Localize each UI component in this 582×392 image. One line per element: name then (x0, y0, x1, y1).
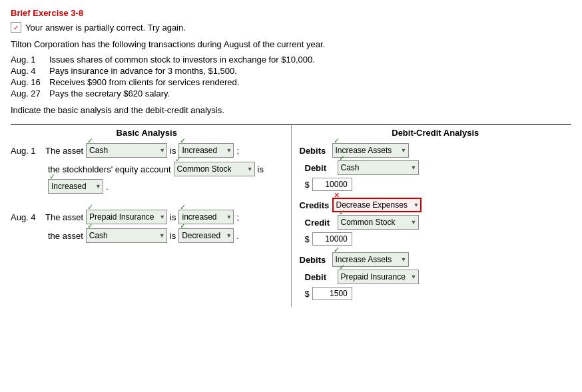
aug1-change2-select[interactable]: Increased Decreased (48, 179, 103, 194)
aug4-dc-block: Debits ✓ Increase Assets Decrease Assets… (300, 252, 572, 300)
aug1-label: Aug. 1 (11, 146, 43, 156)
aug1-basic-row2: the stockholders' equity account ✓ Commo… (48, 162, 283, 194)
aug4-asset-wrapper: ✓ Prepaid Insurance Cash Common Stock ▼ (86, 210, 167, 224)
aug1-debit-amount: 10000 (312, 178, 352, 191)
aug4-semicolon: ; (236, 212, 239, 222)
debit-credit-section: Debit-Credit Analysis Debits ✓ Increase … (292, 125, 572, 307)
trans-text: Issues shares of common stock to investo… (49, 55, 315, 65)
aug1-credits-wrapper: ✕ Decrease Expenses Increase Equity Decr… (332, 198, 422, 212)
aug1-debit-account-wrapper: ✓ Cash Prepaid Insurance Common Stock ▼ (338, 160, 419, 175)
aug1-account-select[interactable]: Common Stock Cash Prepaid Insurance (174, 162, 255, 176)
aug1-credit-label: Credit (305, 218, 335, 228)
aug4-change2-select-wrapper: Decreased Increased ▼ (178, 228, 234, 243)
aug1-debit-account-select-wrapper: Cash Prepaid Insurance Common Stock ▼ (338, 160, 419, 175)
aug1-is-label2: is (258, 164, 264, 174)
list-item: Aug. 4 Pays insurance in advance for 3 m… (11, 66, 571, 76)
aug1-credit-account-select[interactable]: Common Stock Cash Prepaid Insurance (338, 215, 419, 230)
trans-date: Aug. 27 (11, 89, 44, 98)
aug1-credit-account-select-wrapper: Common Stock Cash Prepaid Insurance ▼ (338, 215, 419, 230)
aug1-debit-account-select[interactable]: Cash Prepaid Insurance Common Stock (338, 160, 419, 175)
aug4-account-wrapper: ✓ Cash Prepaid Insurance Common Stock ▼ (86, 228, 167, 243)
aug4-period: . (236, 231, 239, 241)
aug4-change-wrapper: ✓ increased Increased Decreased ▼ (178, 210, 234, 224)
aug4-debit-amount: 1500 (312, 287, 352, 300)
aug4-is-label1: is (170, 212, 176, 222)
feedback-icon: ✓ (11, 22, 21, 33)
aug1-dc-block: Debits ✓ Increase Assets Decrease Assets… (300, 143, 572, 246)
aug1-period: . (106, 182, 109, 192)
aug4-debit-account-wrapper: ✓ Prepaid Insurance Cash Common Stock ▼ (338, 270, 419, 284)
trans-text: Pays insurance in advance for 3 months, … (49, 66, 237, 76)
transactions-list: Aug. 1 Issues shares of common stock to … (11, 55, 571, 98)
list-item: Aug. 27 Pays the secretary $620 salary. (11, 89, 571, 98)
aug1-asset-select[interactable]: Cash Prepaid Insurance Common Stock (86, 143, 167, 158)
aug1-credit-amount-row: $ 10000 (305, 232, 572, 246)
aug4-change-select[interactable]: increased Increased Decreased (178, 210, 234, 224)
aug1-credits-select[interactable]: Decrease Expenses Increase Equity Decrea… (332, 198, 422, 212)
aug1-account-wrapper: ✓ Common Stock Cash Prepaid Insurance ▼ (174, 162, 255, 176)
aug4-change2-select[interactable]: Decreased Increased (178, 228, 234, 243)
aug4-debit-dollar: $ (305, 289, 310, 299)
trans-date: Aug. 16 (11, 77, 44, 87)
aug1-credit-account-wrapper: ✓ Common Stock Cash Prepaid Insurance ▼ (338, 215, 419, 230)
aug4-basic-block: Aug. 4 The asset ✓ Prepaid Insurance Cas… (11, 210, 283, 243)
dc-header: Debit-Credit Analysis (300, 125, 572, 138)
aug1-debits-label: Debits (300, 146, 330, 156)
aug4-label: Aug. 4 (11, 212, 43, 222)
aug4-debit-amount-row: $ 1500 (305, 287, 572, 300)
basic-analysis-header: Basic Analysis (11, 125, 283, 138)
aug4-change-select-wrapper: increased Increased Decreased ▼ (178, 210, 234, 224)
aug4-account-select[interactable]: Cash Prepaid Insurance Common Stock (86, 228, 167, 243)
aug1-debit-dollar: $ (305, 180, 310, 190)
aug1-basic-prefix1: The asset (45, 146, 83, 156)
analysis-container: Basic Analysis Aug. 1 The asset ✓ Cash P… (11, 124, 571, 307)
trans-text: Receives $900 from clients for services … (49, 77, 239, 87)
aug4-asset-select-wrapper: Prepaid Insurance Cash Common Stock ▼ (86, 210, 167, 224)
aug1-basic-row1: Aug. 1 The asset ✓ Cash Prepaid Insuranc… (11, 143, 283, 158)
basic-analysis-section: Basic Analysis Aug. 1 The asset ✓ Cash P… (11, 125, 292, 307)
aug1-credits-select-wrapper: Decrease Expenses Increase Equity Decrea… (332, 198, 422, 212)
aug1-credit-dollar: $ (305, 234, 310, 244)
aug4-is-label2: is (170, 231, 176, 241)
trans-date: Aug. 1 (11, 55, 44, 65)
aug4-asset-select[interactable]: Prepaid Insurance Cash Common Stock (86, 210, 167, 224)
trans-text: Pays the secretary $620 salary. (49, 89, 170, 98)
aug1-change2-wrapper: ✓ Increased Decreased ▼ (48, 179, 103, 194)
aug1-debit-label: Debit (305, 163, 335, 173)
aug4-debit-account-row: Debit ✓ Prepaid Insurance Cash Common St… (305, 270, 572, 284)
aug1-change2-select-wrapper: Increased Decreased ▼ (48, 179, 103, 194)
aug1-debit-amount-row: $ 10000 (305, 178, 572, 191)
aug4-debits-label: Debits (300, 255, 330, 265)
aug1-change-select-wrapper: Increased Decreased ▼ (178, 143, 234, 158)
aug1-asset-select-wrapper: Cash Prepaid Insurance Common Stock ▼ (86, 143, 167, 158)
aug4-basic-prefix1: The asset (45, 212, 83, 222)
aug1-credits-label: Credits (300, 200, 330, 210)
trans-date: Aug. 4 (11, 66, 44, 76)
aug1-semicolon1: ; (236, 146, 239, 156)
aug4-basic-row1: Aug. 4 The asset ✓ Prepaid Insurance Cas… (11, 210, 283, 224)
aug1-credit-amount: 10000 (312, 232, 352, 246)
aug1-asset-wrapper: ✓ Cash Prepaid Insurance Common Stock ▼ (86, 143, 167, 158)
aug1-debit-account-row: Debit ✓ Cash Prepaid Insurance Common St… (305, 160, 572, 175)
aug1-is-label1: is (170, 146, 176, 156)
exercise-title: Brief Exercise 3-8 (11, 8, 571, 18)
aug4-account-select-wrapper: Cash Prepaid Insurance Common Stock ▼ (86, 228, 167, 243)
aug4-debit-label: Debit (305, 272, 335, 282)
feedback-text: Your answer is partially correct. Try ag… (25, 23, 186, 33)
feedback-row: ✓ Your answer is partially correct. Try … (11, 22, 571, 33)
indicate-text: Indicate the basic analysis and the debi… (11, 105, 571, 115)
aug1-change-select[interactable]: Increased Decreased (178, 143, 234, 158)
aug1-basic-block: Aug. 1 The asset ✓ Cash Prepaid Insuranc… (11, 143, 283, 194)
aug4-change2-wrapper: ✓ Decreased Increased ▼ (178, 228, 234, 243)
aug1-credit-account-row: Credit ✓ Common Stock Cash Prepaid Insur… (305, 215, 572, 230)
intro-text: Tilton Corporation has the following tra… (11, 39, 571, 49)
aug1-basic-prefix2: the stockholders' equity account (48, 164, 171, 174)
aug4-basic-row2: the asset ✓ Cash Prepaid Insurance Commo… (48, 228, 283, 243)
aug1-change-wrapper: ✓ Increased Decreased ▼ (178, 143, 234, 158)
aug4-debit-account-select-wrapper: Prepaid Insurance Cash Common Stock ▼ (338, 270, 419, 284)
aug4-debit-account-select[interactable]: Prepaid Insurance Cash Common Stock (338, 270, 419, 284)
list-item: Aug. 16 Receives $900 from clients for s… (11, 77, 571, 87)
list-item: Aug. 1 Issues shares of common stock to … (11, 55, 571, 65)
aug1-account-select-wrapper: Common Stock Cash Prepaid Insurance ▼ (174, 162, 255, 176)
aug4-basic-prefix2: the asset (48, 231, 83, 241)
